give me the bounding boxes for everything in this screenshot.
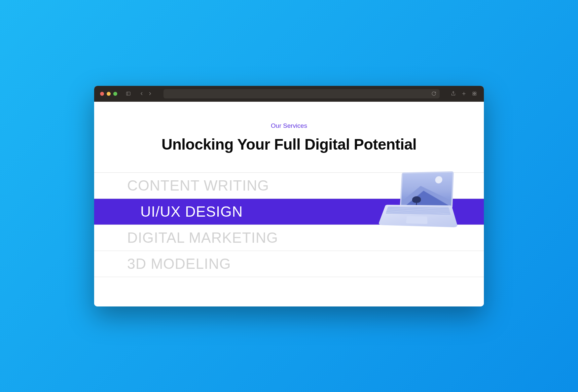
service-label: 3D MODELING — [127, 256, 231, 272]
nav-forward-button[interactable] — [146, 90, 154, 97]
traffic-lights — [100, 92, 117, 96]
svg-rect-8 — [475, 94, 476, 95]
svg-rect-0 — [126, 92, 130, 95]
sun-icon — [435, 176, 442, 183]
service-item-3d-modeling[interactable]: 3D MODELING — [94, 251, 484, 277]
sidebar-toggle-button[interactable] — [125, 90, 132, 97]
services-list: CONTENT WRITING UI/UX DESIGN DIGITAL MAR… — [94, 172, 484, 277]
svg-rect-6 — [475, 92, 476, 93]
svg-rect-7 — [473, 94, 474, 95]
url-bar[interactable] — [163, 89, 440, 98]
share-button[interactable] — [450, 90, 457, 97]
window-close-button[interactable] — [100, 92, 104, 96]
header-section: Our Services Unlocking Your Full Digital… — [94, 122, 484, 172]
window-maximize-button[interactable] — [113, 92, 117, 96]
window-minimize-button[interactable] — [107, 92, 111, 96]
laptop-illustration — [374, 168, 465, 243]
laptop-wallpaper — [401, 172, 452, 207]
laptop-trackpad — [406, 216, 427, 224]
page-title: Unlocking Your Full Digital Potential — [107, 135, 471, 153]
new-tab-button[interactable] — [460, 90, 467, 97]
service-label: DIGITAL MARKETING — [127, 230, 278, 246]
browser-window: Our Services Unlocking Your Full Digital… — [94, 86, 484, 306]
page-content: Our Services Unlocking Your Full Digital… — [94, 102, 484, 306]
browser-chrome — [94, 86, 484, 102]
laptop-keyboard — [385, 206, 451, 215]
nav-back-button[interactable] — [138, 90, 145, 97]
service-label: CONTENT WRITING — [127, 177, 269, 194]
service-label: UI/UX DESIGN — [140, 203, 243, 220]
section-eyebrow: Our Services — [107, 122, 471, 129]
laptop-base — [378, 205, 458, 227]
svg-rect-5 — [473, 92, 474, 93]
tab-overview-button[interactable] — [471, 90, 478, 97]
laptop-screen — [400, 171, 454, 209]
tree-icon — [412, 196, 421, 205]
reload-button[interactable] — [431, 91, 436, 96]
